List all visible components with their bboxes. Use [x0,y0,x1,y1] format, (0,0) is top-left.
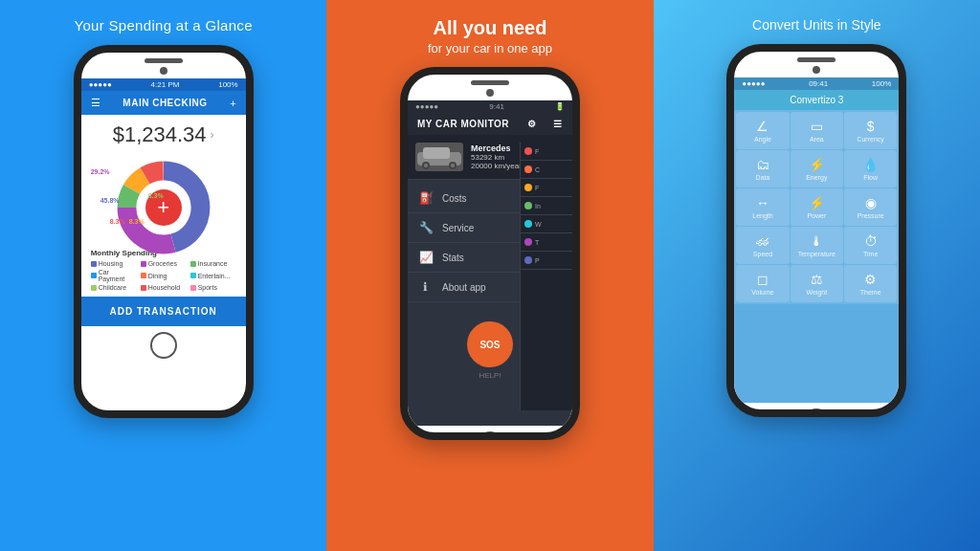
power-icon: ⚡ [809,195,825,210]
panel-2-title: All you need [434,17,547,39]
volume-icon: ◻ [757,272,768,287]
currency-icon: $ [867,119,875,134]
side-item-2: C [521,161,572,179]
pressure-icon: ◉ [865,195,877,210]
time-icon: ⏱ [864,233,878,249]
signal-icon: ●●●●● [415,102,438,111]
time-label: 4:21 PM [151,80,180,89]
unit-speed[interactable]: 🏎 Speed [736,227,789,264]
phone-3-speaker [797,57,835,62]
unit-flow[interactable]: 💧 Flow [844,150,897,187]
phone-1: ●●●●● 4:21 PM 100% ☰ MAIN CHECKING + $1,… [74,45,254,418]
about-label: About app [442,282,486,293]
battery-label: 100% [218,80,237,89]
phone-2-camera [486,89,494,97]
temperature-icon: 🌡 [810,233,823,249]
panel-2-subtitle: for your car in one app [428,41,552,55]
weight-icon: ⚖ [811,272,823,287]
phone-1-camera [160,67,167,75]
unit-currency[interactable]: $ Currency [844,112,897,149]
legend-dining: Dining [141,269,187,282]
legend-household: Household [141,284,187,291]
app-1-header: ☰ MAIN CHECKING + [81,91,246,115]
unit-time[interactable]: ⏱ Time [844,227,897,264]
speed-icon: 🏎 [756,233,769,249]
unit-pressure[interactable]: ◉ Pressure [844,188,897,226]
phone-3-camera [813,66,820,74]
unit-weight[interactable]: ⚖ Weight [791,265,843,302]
car-text: Mercedes 53292 km 20000 km/year [471,143,522,170]
svg-rect-7 [423,147,450,159]
side-item-3: F [521,179,572,197]
app-3-statusbar: ●●●●● 09:41 100% [734,77,899,90]
legend-entertain: Entertain... [190,269,236,282]
battery-icon: 🔋 [555,102,565,111]
app-2-header: MY CAR MONITOR ⚙ ☰ [408,113,572,135]
phone-1-speaker [145,58,183,63]
app-3-header: Convertizo 3 [734,90,899,110]
unit-area[interactable]: ▭ Area [791,112,843,149]
svg-point-11 [451,164,455,167]
phone-3-home-button[interactable] [803,408,830,417]
app-1-screen: ●●●●● 4:21 PM 100% ☰ MAIN CHECKING + $1,… [81,78,246,326]
sos-button[interactable]: SOS [467,321,513,367]
app-3-screen: ●●●●● 09:41 100% Convertizo 3 ∠ Angle ▭ … [734,77,899,403]
add-icon[interactable]: + [230,98,235,109]
signal-icon: ●●●●● [742,79,765,88]
panel-converter: Convert Units in Style ●●●●● 09:41 100% … [654,0,980,551]
car-image [415,143,463,171]
label-dining: 8.3% [129,218,145,225]
theme-icon: ⚙ [864,272,877,287]
unit-data[interactable]: 🗂 Data [736,150,789,187]
side-item-4: In [521,197,572,215]
unit-temperature[interactable]: 🌡 Temperature [791,227,843,264]
side-item-7: P [521,252,572,270]
help-label: HELP! [479,371,501,380]
label-household: 8.3% [110,218,125,225]
legend-sports: Sports [190,284,236,291]
app-2-screen: ●●●●● 9:41 🔋 MY CAR MONITOR ⚙ ☰ [408,100,572,426]
menu-icon[interactable]: ☰ [553,119,563,129]
phone-2-speaker [471,80,509,85]
unit-energy[interactable]: ⚡ Energy [791,150,843,187]
flow-icon: 💧 [862,157,879,172]
stats-label: Stats [442,253,464,263]
legend-childcare: Childcare [91,284,137,291]
angle-icon: ∠ [756,119,768,134]
unit-length[interactable]: ↔ Length [736,188,789,226]
app-1-statusbar: ●●●●● 4:21 PM 100% [81,78,246,91]
side-item-6: T [521,233,572,252]
time-label: 09:41 [809,79,828,88]
battery-label: 100% [872,79,891,88]
costs-icon: ⛽ [419,191,433,205]
side-panel: F C F In W T P [520,143,572,410]
units-grid: ∠ Angle ▭ Area $ Currency 🗂 Data ⚡ En [734,110,899,304]
unit-angle[interactable]: ∠ Angle [736,112,789,149]
panel-finance: Your Spending at a Glance ●●●●● 4:21 PM … [0,0,326,551]
side-item-1: F [521,143,572,161]
signal-icon: ●●●●● [89,80,112,89]
area-icon: ▭ [811,119,823,134]
menu-icon[interactable]: ☰ [91,97,100,109]
unit-volume[interactable]: ◻ Volume [736,265,789,302]
phone-2-home-button[interactable] [477,431,503,440]
svg-point-10 [424,164,428,167]
service-icon: 🔧 [419,221,433,234]
time-label: 9:41 [489,102,504,111]
phone-2: ●●●●● 9:41 🔋 MY CAR MONITOR ⚙ ☰ [400,67,580,440]
unit-power[interactable]: ⚡ Power [791,188,843,226]
account-title: MAIN CHECKING [122,98,207,108]
length-icon: ↔ [756,195,769,210]
unit-theme[interactable]: ⚙ Theme [844,265,897,302]
label-groceries: 29.2% [91,168,110,175]
stats-icon: 📈 [419,251,433,264]
app-2-title: MY CAR MONITOR [417,119,509,129]
app-3-title: Convertizo 3 [790,95,843,105]
gear-icon: ⚙ [527,119,537,129]
balance-arrow: › [211,128,214,142]
phone-1-home-button[interactable] [150,332,177,359]
legend-car: Car Payment [91,269,137,282]
add-transaction-button[interactable]: ADD TRANSACTION [81,297,246,326]
data-icon: 🗂 [756,157,769,172]
side-item-5: W [521,215,572,233]
